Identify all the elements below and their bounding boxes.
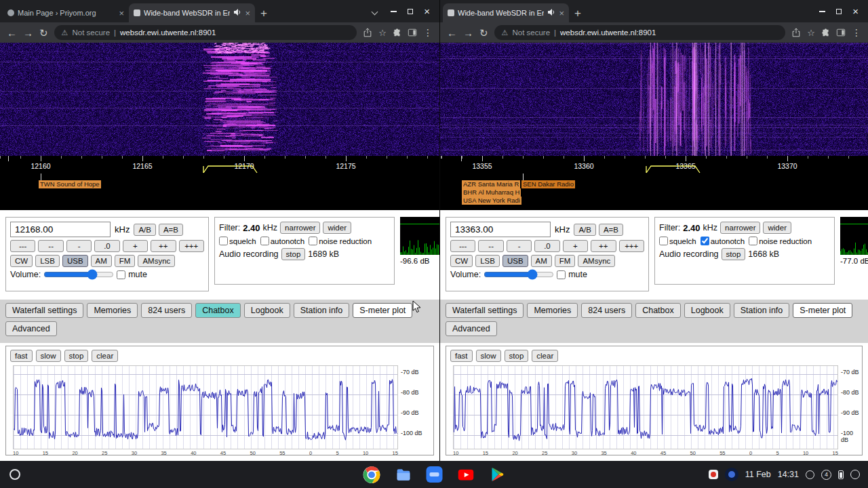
chrome-icon[interactable] — [363, 466, 381, 484]
plot-fast-button[interactable]: fast — [450, 350, 473, 362]
files-icon[interactable] — [395, 466, 412, 483]
a-equals-b-button[interactable]: A=B — [599, 224, 623, 236]
new-tab-button[interactable]: + — [574, 7, 581, 19]
narrower-button[interactable]: narrower — [280, 222, 320, 234]
mode-amsync-button[interactable]: AMsync — [578, 255, 615, 267]
new-tab-button[interactable]: + — [260, 7, 267, 19]
noise-reduction-checkbox[interactable] — [749, 237, 757, 245]
forward-icon[interactable]: → — [23, 28, 33, 38]
plot-clear-button[interactable]: clear — [532, 350, 558, 362]
mode-fm-button[interactable]: FM — [115, 255, 136, 267]
mute-checkbox[interactable] — [557, 270, 566, 279]
step-up-3-button[interactable]: +++ — [179, 240, 204, 252]
tab-chatbox[interactable]: Chatbox — [195, 303, 241, 318]
step-up-1-button[interactable]: + — [123, 240, 148, 252]
tab-smeter-plot[interactable]: S-meter plot — [793, 303, 852, 318]
step-up-2-button[interactable]: ++ — [151, 240, 176, 252]
tab-waterfall-settings[interactable]: Waterfall settings — [446, 303, 524, 318]
youtube-icon[interactable] — [457, 466, 475, 484]
tab-chatbox[interactable]: Chatbox — [635, 303, 681, 318]
share-icon[interactable] — [791, 28, 801, 37]
waterfall-display[interactable] — [440, 43, 868, 156]
squelch-checkbox[interactable] — [659, 237, 668, 245]
frequency-input[interactable] — [10, 222, 111, 237]
tab-search-chevron-icon[interactable] — [372, 9, 378, 16]
reload-icon[interactable]: ↻ — [479, 28, 488, 38]
mode-lsb-button[interactable]: LSB — [475, 255, 500, 267]
station-label[interactable]: AZR Santa Maria R — [462, 180, 520, 188]
frequency-scale[interactable]: 13355 13360 13365 13370 — [440, 156, 868, 174]
close-button[interactable]: × — [852, 6, 859, 16]
play-store-icon[interactable] — [490, 466, 506, 483]
round-frequency-button[interactable]: .0 — [94, 240, 119, 252]
status-tray[interactable]: 11 Feb 14:31 4 — [709, 468, 868, 481]
passband-indicator[interactable] — [645, 165, 707, 174]
step-down-2-button[interactable]: -- — [478, 240, 503, 252]
menu-icon[interactable]: ⋮ — [423, 27, 433, 38]
step-down-1-button[interactable]: - — [507, 240, 532, 252]
mute-checkbox[interactable] — [117, 270, 125, 279]
step-up-2-button[interactable]: ++ — [591, 240, 616, 252]
tab-close-icon[interactable]: × — [245, 9, 250, 18]
waterfall-canvas[interactable] — [440, 43, 868, 156]
bookmark-star-icon[interactable]: ☆ — [378, 28, 387, 38]
station-label[interactable]: SEN Dakar Radio — [521, 180, 575, 188]
extensions-icon[interactable] — [821, 28, 830, 37]
station-label[interactable]: BHR Al Muharraq H — [462, 188, 521, 197]
waterfall-display[interactable] — [0, 43, 439, 156]
frequency-scale[interactable]: 12160 12165 12170 12175 — [0, 156, 439, 174]
mode-am-button[interactable]: AM — [531, 255, 552, 267]
plot-clear-button[interactable]: clear — [92, 350, 118, 362]
tab-close-icon[interactable]: × — [559, 9, 564, 18]
step-down-3-button[interactable]: --- — [10, 240, 35, 252]
recording-stop-button[interactable]: stop — [722, 248, 746, 260]
tray-circle-icon[interactable] — [850, 470, 860, 479]
mode-cw-button[interactable]: CW — [450, 255, 473, 267]
mode-lsb-button[interactable]: LSB — [35, 255, 60, 267]
mode-cw-button[interactable]: CW — [10, 255, 33, 267]
mode-am-button[interactable]: AM — [91, 255, 112, 267]
autonotch-checkbox[interactable] — [260, 237, 269, 245]
noise-reduction-checkbox[interactable] — [309, 237, 317, 245]
minimize-button[interactable] — [819, 11, 825, 12]
tab-smeter-plot[interactable]: S-meter plot — [353, 303, 412, 318]
station-label[interactable]: USA New York Radi — [462, 197, 521, 205]
side-panel-icon[interactable] — [836, 28, 846, 37]
a-equals-b-button[interactable]: A=B — [159, 224, 183, 236]
plot-slow-button[interactable]: slow — [476, 350, 501, 362]
browser-tab-active[interactable]: Wide-band WebSDR in Ensch × — [443, 3, 569, 22]
mode-amsync-button[interactable]: AMsync — [138, 255, 175, 267]
tab-memories[interactable]: Memories — [527, 303, 578, 318]
tab-station-info[interactable]: Station info — [734, 303, 790, 318]
frequency-input[interactable] — [450, 222, 551, 237]
passband-indicator[interactable] — [202, 165, 264, 174]
audio-playing-icon[interactable] — [233, 8, 241, 18]
round-frequency-button[interactable]: .0 — [534, 240, 559, 252]
back-icon[interactable]: ← — [7, 28, 17, 38]
app-icon-blue[interactable] — [427, 466, 443, 483]
tab-users[interactable]: 824 users — [141, 303, 192, 318]
plot-stop-button[interactable]: stop — [505, 350, 529, 362]
plot-slow-button[interactable]: slow — [36, 350, 61, 362]
tab-memories[interactable]: Memories — [87, 303, 138, 318]
tab-logbook[interactable]: Logbook — [244, 303, 290, 318]
notification-icon[interactable] — [725, 468, 738, 481]
narrower-button[interactable]: narrower — [720, 222, 760, 234]
autonotch-checkbox[interactable] — [701, 237, 709, 245]
tab-close-icon[interactable]: × — [119, 9, 124, 18]
squelch-checkbox[interactable] — [219, 237, 228, 245]
waterfall-canvas[interactable] — [0, 43, 439, 156]
tab-station-info[interactable]: Station info — [294, 303, 350, 318]
step-down-3-button[interactable]: --- — [450, 240, 475, 252]
wider-button[interactable]: wider — [763, 222, 791, 234]
wider-button[interactable]: wider — [323, 222, 351, 234]
browser-tab[interactable]: Main Page › Priyom.org × — [3, 3, 129, 22]
side-panel-icon[interactable] — [408, 28, 417, 37]
extensions-icon[interactable] — [393, 28, 401, 37]
step-up-3-button[interactable]: +++ — [619, 240, 644, 252]
audio-playing-icon[interactable] — [547, 8, 555, 18]
close-button[interactable]: × — [424, 6, 430, 16]
browser-tab-active[interactable]: Wide-band WebSDR in Ensch × — [129, 3, 255, 22]
maximize-button[interactable] — [836, 9, 842, 14]
notification-count-badge[interactable]: 4 — [821, 470, 831, 480]
